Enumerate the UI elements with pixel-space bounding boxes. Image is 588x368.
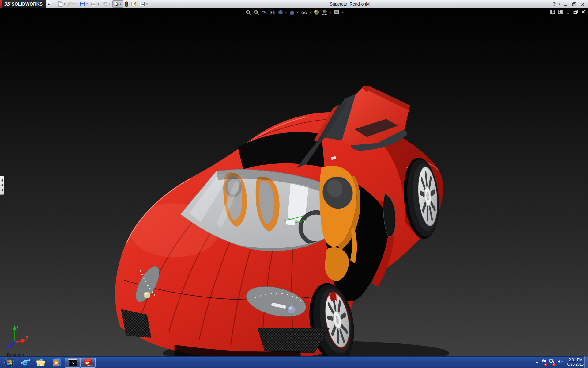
minimize-icon	[564, 2, 568, 6]
command-prompt-icon: C:\	[68, 358, 77, 366]
rebuild-traffic-light-icon	[125, 1, 128, 7]
solidworks-logo: 3S SOLIDWORKS	[2, 0, 46, 8]
error-badge: ✕	[544, 363, 547, 366]
help-dropdown-caret[interactable]: ▼	[558, 3, 560, 6]
dropdown-caret[interactable]: ▼	[146, 3, 148, 6]
save-button[interactable]: ▼	[79, 1, 89, 7]
dropdown-caret[interactable]: ▼	[119, 3, 122, 6]
volume-tray-icon[interactable]	[557, 359, 563, 365]
titlebar: 3S SOLIDWORKS ▶ ▼ ▼ ▼	[0, 0, 588, 8]
y-axis-label: Y	[17, 325, 19, 328]
print-icon	[91, 1, 96, 7]
dassault-3s-icon: 3S	[4, 1, 11, 7]
folder-icon	[36, 358, 46, 367]
help-button[interactable]: ?	[553, 2, 556, 7]
undo-icon	[102, 1, 108, 7]
error-badge: ✕	[552, 363, 556, 366]
media-player-icon	[52, 358, 62, 367]
clock-time: 2:31 PM	[567, 358, 584, 362]
window-title: Supercar [Read-only]	[330, 2, 370, 6]
show-desktop-button[interactable]	[584, 356, 588, 368]
options-checklist-icon	[139, 1, 145, 7]
x-axis-label: X	[26, 336, 28, 339]
undo-button[interactable]: ▼	[101, 1, 112, 7]
taskbar: e	[0, 356, 588, 368]
clock[interactable]: 2:31 PM 6/26/2015	[567, 358, 584, 366]
close-button[interactable]	[579, 2, 586, 7]
standard-toolbar: ▼ ▼ ▼ ▼	[56, 0, 149, 8]
brand-text: SOLIDWORKS	[12, 2, 43, 6]
taskbar-item-file-explorer[interactable]	[33, 357, 49, 368]
view-orientation-status: *Dimetric	[5, 352, 24, 356]
file-properties-button[interactable]	[130, 1, 138, 7]
z-axis-label: Z	[5, 349, 7, 352]
system-tray: ✕ ✕ 2:31 PM 6/26/2015	[535, 356, 584, 368]
taskbar-item-solidworks-2015[interactable]: SW 2015	[80, 358, 96, 368]
file-properties-icon	[131, 1, 137, 7]
console-button	[286, 220, 296, 225]
taskbar-items: e	[1, 357, 96, 368]
options-button[interactable]: ▼	[138, 1, 149, 7]
cmd-label: C:\	[69, 361, 73, 364]
new-document-button[interactable]: ▼	[56, 1, 67, 7]
print-button[interactable]: ▼	[90, 1, 100, 7]
taskbar-item-internet-explorer[interactable]: e	[17, 357, 33, 368]
speaker-icon	[557, 359, 563, 364]
windows-start-icon	[4, 357, 14, 368]
dropdown-caret[interactable]: ▼	[108, 3, 111, 6]
open-document-icon	[68, 1, 74, 7]
supercar-3d-model[interactable]	[0, 8, 588, 356]
restore-button[interactable]	[571, 2, 578, 7]
dropdown-caret[interactable]: ▼	[86, 3, 88, 6]
taskbar-item-media-player[interactable]	[49, 357, 65, 368]
restore-icon	[572, 2, 577, 6]
hidden-icons-arrow[interactable]	[535, 361, 538, 363]
select-cursor-icon	[114, 1, 119, 7]
open-document-button[interactable]: ▼	[67, 1, 78, 7]
internet-explorer-icon: e	[20, 358, 30, 367]
solidworks-2015-icon: SW 2015	[83, 358, 93, 367]
start-button[interactable]	[1, 357, 17, 368]
rebuild-button[interactable]	[124, 1, 129, 8]
save-icon	[80, 1, 85, 7]
minimize-button[interactable]	[562, 2, 569, 7]
sw-year-label: 2015	[87, 364, 93, 367]
network-tray-icon[interactable]: ✕	[549, 359, 555, 365]
close-icon	[581, 2, 585, 6]
select-button[interactable]: ▼	[112, 0, 123, 8]
dropdown-caret[interactable]: ▼	[97, 3, 100, 6]
menu-expand-arrow[interactable]: ▶	[47, 1, 51, 7]
reference-triad: Y X Z	[4, 324, 29, 352]
y-axis-arrow	[13, 325, 17, 330]
dropdown-caret[interactable]: ▼	[75, 3, 77, 6]
graphics-viewport[interactable]: ▼ ▼ ▼	[0, 8, 588, 356]
dropdown-caret[interactable]: ▼	[63, 3, 66, 6]
x-axis-arrow	[21, 339, 26, 343]
window-controls: ? ▼	[553, 0, 586, 8]
new-document-icon	[57, 1, 63, 7]
clock-date: 6/26/2015	[567, 362, 584, 366]
action-center-tray-icon[interactable]: ✕	[541, 359, 546, 366]
accent-strip	[0, 0, 2, 8]
taskbar-item-command-prompt[interactable]: C:\	[65, 358, 80, 368]
